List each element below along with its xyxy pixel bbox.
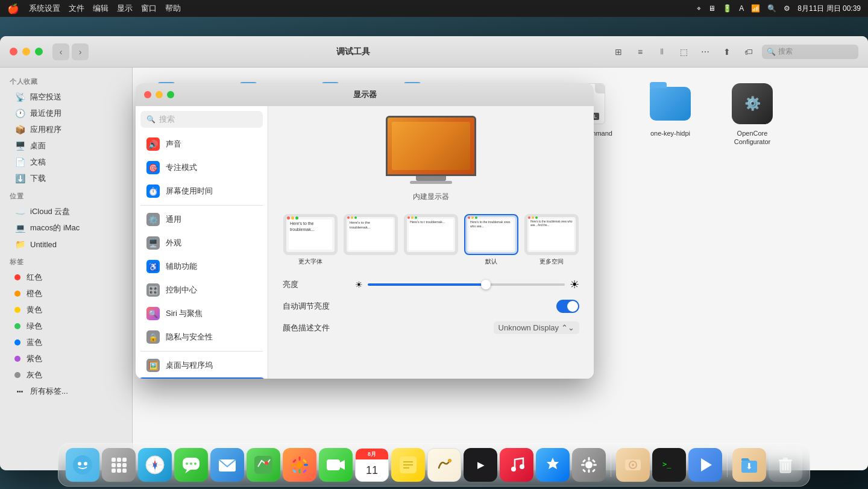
sp-item-siri[interactable]: 🔍 Siri 与聚焦 xyxy=(138,302,265,325)
sp-focus-label: 专注模式 xyxy=(166,162,197,173)
file-item-opencore-config[interactable]: ⚙️ OpenCoreConfigurator xyxy=(716,77,788,151)
finder-dock-icon xyxy=(72,454,93,476)
dock-system-preferences[interactable] xyxy=(572,448,606,482)
sidebar-tag-purple[interactable]: 紫色 xyxy=(5,351,127,367)
sidebar-item-recents[interactable]: 🕐 最近使用 xyxy=(5,106,127,121)
sp-item-control-center[interactable]: 🎛️ 控制中心 xyxy=(138,279,265,301)
menubar-control-center-icon[interactable]: ⚙ xyxy=(784,4,790,13)
sidebar-tag-blue[interactable]: 蓝色 xyxy=(5,335,127,350)
sidebar-item-icloud[interactable]: ☁️ iCloud 云盘 xyxy=(5,204,127,219)
dock-launchpad[interactable] xyxy=(102,448,136,482)
safari-icon xyxy=(145,455,165,475)
sidebar-item-documents[interactable]: 📄 文稿 xyxy=(5,154,127,170)
finder-tag-button[interactable]: 🏷 xyxy=(740,43,757,60)
menubar-input-method[interactable]: A xyxy=(739,4,744,13)
dock-trash[interactable] xyxy=(769,448,802,482)
res-option-more-space[interactable]: Here's to the troublemak ones who see...… xyxy=(524,214,579,266)
dock-disk-utility[interactable] xyxy=(616,448,650,482)
dock-music[interactable] xyxy=(500,448,533,482)
finder-column-view[interactable]: ⫴ xyxy=(653,43,670,60)
sidebar-tag-yellow[interactable]: 黄色 xyxy=(5,302,127,318)
sp-item-general[interactable]: ⚙️ 通用 xyxy=(138,208,265,231)
sidebar-tag-gray[interactable]: 灰色 xyxy=(5,367,127,383)
syspref-search[interactable]: 🔍 搜索 xyxy=(140,111,263,128)
finder-share-button[interactable]: ⬆ xyxy=(719,43,735,60)
syspref-minimize-button[interactable] xyxy=(156,91,163,98)
sidebar-tag-orange[interactable]: 橙色 xyxy=(5,286,127,301)
finder-gallery-view[interactable]: ⬚ xyxy=(675,43,692,60)
dock-finder[interactable] xyxy=(66,448,99,482)
finder-forward-button[interactable]: › xyxy=(72,43,89,60)
sp-item-accessibility[interactable]: ♿ 辅助功能 xyxy=(138,255,265,278)
siri-icon: 🔍 xyxy=(146,307,160,320)
sp-item-desktop-dock[interactable]: 🖼️ 桌面与程序坞 xyxy=(138,354,265,377)
res-3-green xyxy=(415,216,417,219)
finder-close-button[interactable] xyxy=(10,48,17,55)
syspref-maximize-button[interactable] xyxy=(167,91,174,98)
dock-messages[interactable] xyxy=(174,448,208,482)
res-3-yellow xyxy=(411,216,414,219)
sp-item-sound[interactable]: 🔊 声音 xyxy=(138,133,265,156)
sp-item-privacy[interactable]: 🔒 隐私与安全性 xyxy=(138,326,265,349)
sidebar-item-downloads[interactable]: ⬇️ 下载 xyxy=(5,171,127,186)
res-option-larger-text[interactable]: Here's to the troublemak... 更大字体 xyxy=(283,214,338,266)
finder-maximize-button[interactable] xyxy=(35,48,43,55)
menu-window[interactable]: 窗口 xyxy=(141,3,157,14)
res-option-default[interactable]: Here's to the troublemak ones who see...… xyxy=(464,214,518,266)
res-preview-more-space: Here's to the troublemak ones who see...… xyxy=(524,214,579,255)
sidebar-all-tags[interactable]: ••• 所有标签... xyxy=(5,383,127,399)
dock-terminal[interactable]: >_ xyxy=(652,448,686,482)
dock-facetime[interactable] xyxy=(319,448,353,482)
finder-action-button[interactable]: ⋯ xyxy=(697,43,714,60)
sidebar-item-untitled[interactable]: 📁 Untitled xyxy=(5,236,127,252)
color-profile-selector[interactable]: Unknown Display ⌃⌄ xyxy=(494,321,579,334)
sidebar-item-applications[interactable]: 📦 应用程序 xyxy=(5,122,127,137)
dock-freeform[interactable] xyxy=(427,448,461,482)
dock-maps[interactable] xyxy=(247,448,280,482)
sidebar-item-mac[interactable]: 💻 macos的 iMac xyxy=(5,220,127,236)
menu-display[interactable]: 显示 xyxy=(117,3,133,14)
dock-calendar[interactable]: 8月 11 xyxy=(355,448,389,482)
sidebar-item-airdrop[interactable]: 📡 隔空投送 xyxy=(5,89,127,105)
dock-airdrop-folder[interactable]: ⬇ xyxy=(732,448,766,482)
sp-item-displays[interactable]: 🖥️ 显示器 xyxy=(138,377,265,379)
svg-point-41 xyxy=(448,459,451,462)
sidebar-tag-green[interactable]: 绿色 xyxy=(5,318,127,334)
dock-photos[interactable] xyxy=(283,448,316,482)
finder-minimize-button[interactable] xyxy=(22,48,30,55)
dock-notes[interactable] xyxy=(391,448,425,482)
all-tags-label: 所有标签... xyxy=(30,386,68,397)
finder-back-button[interactable]: ‹ xyxy=(52,43,69,60)
dock-mail[interactable] xyxy=(210,448,244,482)
sp-divider-1 xyxy=(140,205,263,206)
finder-nav-buttons: ‹ › xyxy=(52,43,89,60)
menu-system-prefs[interactable]: 系统设置 xyxy=(29,3,60,14)
brightness-slider-thumb[interactable] xyxy=(481,280,491,289)
sp-item-focus[interactable]: 🎯 专注模式 xyxy=(138,156,265,179)
menubar-search-icon[interactable]: 🔍 xyxy=(767,4,776,13)
brightness-slider[interactable] xyxy=(368,283,565,286)
syspref-close-button[interactable] xyxy=(144,91,151,98)
svg-marker-19 xyxy=(185,470,190,473)
res-option-3[interactable]: Here's to t troublemak... xyxy=(404,214,458,266)
file-item-one-key-hidpi[interactable]: one-key-hidpi xyxy=(634,77,706,151)
dock-readdle[interactable] xyxy=(688,448,722,482)
svg-point-22 xyxy=(194,462,197,465)
apple-menu[interactable]: 🍎 xyxy=(7,3,19,14)
sp-item-screen-time[interactable]: ⏱️ 屏幕使用时间 xyxy=(138,180,265,203)
dock-appstore[interactable] xyxy=(536,448,570,482)
menu-file[interactable]: 文件 xyxy=(69,3,84,14)
menu-help[interactable]: 帮助 xyxy=(165,3,181,14)
sidebar-tag-red[interactable]: 红色 xyxy=(5,270,127,285)
sidebar-item-desktop[interactable]: 🖥️ 桌面 xyxy=(5,138,127,154)
finder-list-view[interactable]: ≡ xyxy=(632,43,649,60)
finder-search-box[interactable]: 🔍 搜索 xyxy=(762,45,858,59)
res-preview-3-inner: Here's to t troublemak... xyxy=(407,217,455,252)
res-option-2[interactable]: Here's to the troublemak... xyxy=(344,214,398,266)
dock-appletv[interactable]: ▶ xyxy=(464,448,497,482)
auto-brightness-toggle[interactable] xyxy=(556,300,579,313)
sp-item-appearance[interactable]: 🖥️ 外观 xyxy=(138,232,265,254)
dock-safari[interactable] xyxy=(138,448,172,482)
menu-edit[interactable]: 编辑 xyxy=(93,3,108,14)
finder-grid-view[interactable]: ⊞ xyxy=(610,43,627,60)
